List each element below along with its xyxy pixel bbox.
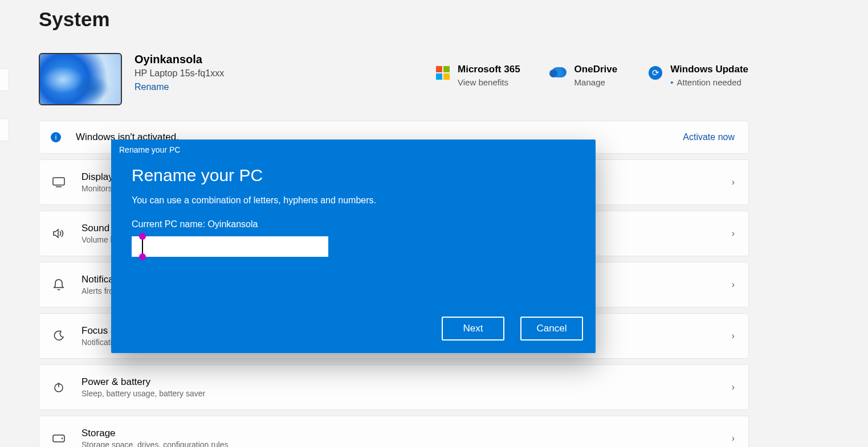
cancel-button[interactable]: Cancel (520, 317, 583, 341)
svg-rect-0 (53, 178, 64, 185)
info-icon: i (51, 132, 61, 142)
next-button[interactable]: Next (442, 317, 504, 341)
rename-link[interactable]: Rename (135, 82, 169, 92)
power-card[interactable]: Power & battery Sleep, battery usage, ba… (39, 364, 749, 410)
dialog-heading: Rename your PC (132, 166, 575, 185)
chevron-right-icon: › (732, 228, 735, 239)
onedrive-icon (552, 67, 567, 77)
onedrive-title: OneDrive (574, 64, 618, 75)
microsoft-365-title: Microsoft 365 (458, 64, 520, 75)
page-title: System (39, 8, 110, 31)
dialog-current-name: Current PC name: Oyinkansola (132, 219, 575, 229)
dialog-titlebar: Rename your PC (111, 140, 596, 160)
moon-icon (51, 330, 67, 342)
onedrive-link[interactable]: OneDrive Manage (552, 64, 618, 87)
sidebar-stub[interactable] (0, 118, 9, 141)
current-name-value: Oyinkansola (207, 219, 258, 229)
bell-icon (51, 278, 67, 291)
chevron-right-icon: › (732, 280, 735, 290)
selection-handle-bottom[interactable] (139, 253, 146, 260)
activate-now-link[interactable]: Activate now (683, 132, 735, 142)
text-caret (142, 238, 143, 255)
dialog-description: You can use a combination of letters, hy… (132, 195, 575, 206)
microsoft-365-icon (436, 66, 450, 80)
sidebar-stub[interactable] (0, 68, 9, 91)
storage-title: Storage (81, 428, 229, 439)
windows-update-icon: ⟳ (649, 66, 662, 80)
microsoft-365-sub: View benefits (458, 77, 520, 87)
chevron-right-icon: › (732, 331, 735, 341)
current-name-prefix: Current PC name: (132, 219, 207, 229)
chevron-right-icon: › (732, 382, 735, 392)
chevron-right-icon: › (732, 433, 735, 444)
sound-icon (51, 228, 67, 239)
storage-icon (51, 434, 67, 442)
rename-pc-dialog: Rename your PC Rename your PC You can us… (111, 140, 596, 353)
pc-name-input[interactable] (132, 236, 328, 257)
onedrive-sub: Manage (574, 77, 618, 87)
pc-name-input-wrap (132, 236, 328, 257)
device-name: Oyinkansola (135, 53, 224, 66)
windows-update-title: Windows Update (670, 64, 748, 75)
windows-update-sub: Attention needed (670, 77, 748, 87)
svg-point-5 (62, 438, 63, 440)
header-quick-links: Microsoft 365 View benefits OneDrive Man… (436, 64, 748, 87)
selection-handle-top[interactable] (139, 233, 146, 240)
device-header: Oyinkansola HP Laptop 15s-fq1xxx Rename (39, 53, 224, 105)
chevron-right-icon: › (732, 177, 735, 187)
device-thumbnail[interactable] (39, 53, 122, 105)
power-title: Power & battery (81, 376, 205, 388)
sidebar-stubs (0, 68, 9, 169)
device-model: HP Laptop 15s-fq1xxx (135, 68, 224, 79)
power-sub: Sleep, battery usage, battery saver (81, 389, 205, 398)
storage-sub: Storage space, drives, configuration rul… (81, 440, 229, 447)
display-icon (51, 177, 67, 187)
microsoft-365-link[interactable]: Microsoft 365 View benefits (436, 64, 520, 87)
storage-card[interactable]: Storage Storage space, drives, configura… (39, 416, 749, 447)
power-icon (51, 382, 67, 393)
windows-update-link[interactable]: ⟳ Windows Update Attention needed (649, 64, 748, 87)
